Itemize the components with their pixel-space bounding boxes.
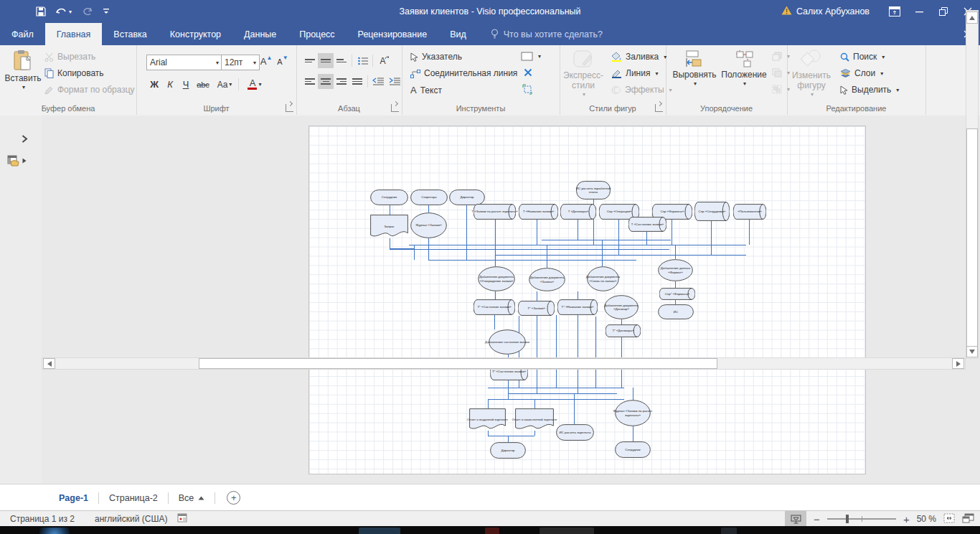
- tab-insert[interactable]: Вставка: [102, 23, 158, 45]
- save-icon[interactable]: [36, 6, 46, 17]
- diagram-shape-dob-format[interactable]: Добавление данных «Формат»: [658, 259, 693, 281]
- diagram-shape-dob-zayavka[interactable]: Добавление документа «Заявка»: [529, 268, 565, 291]
- font-size-combobox[interactable]: 12пт ▾: [221, 55, 260, 70]
- diagram-shape-sekretar[interactable]: Секретарь: [410, 189, 448, 205]
- quick-styles-button[interactable]: Экспресс-стили ▾: [562, 50, 604, 98]
- scroll-up-button[interactable]: [966, 11, 978, 24]
- diagram-shape-t-sostoyanie-top[interactable]: Т «Состояние заявки»: [628, 217, 666, 232]
- expand-shapes-panel-icon[interactable]: [22, 133, 28, 146]
- diagram-shape-t-dogovory[interactable]: Т «Договоры»: [560, 204, 596, 220]
- diagram-shape-zapros[interactable]: Запрос: [370, 215, 408, 238]
- font-dialog-launcher[interactable]: [286, 104, 293, 112]
- diagram-shape-is-small[interactable]: ИС: [658, 304, 694, 319]
- tell-me-search[interactable]: Что вы хотите сделать?: [491, 23, 603, 45]
- ribbon-display-options-icon[interactable]: [882, 0, 907, 23]
- vertical-scroll-thumb[interactable]: [966, 128, 978, 348]
- taskbar-app-icon[interactable]: [485, 528, 499, 534]
- tab-view[interactable]: Вид: [438, 23, 478, 45]
- diagram-shape-otchet-nachislennoy[interactable]: Отчет о начисленной зарплате: [515, 408, 554, 431]
- diagram-shape-dob-svyaz[interactable]: Добавление документа «Связь по заявке»: [587, 266, 619, 291]
- line-button[interactable]: Линия ▾: [611, 68, 658, 78]
- diagram-shape-polzovateli[interactable]: «Пользователи»: [733, 204, 766, 220]
- diagram-shape-t2-zayavki[interactable]: Т* «Заявки»: [518, 301, 555, 316]
- zoom-in-button[interactable]: +: [903, 513, 910, 525]
- diagram-shape-spr-sotrudniki[interactable]: Спр «Сотрудники»: [694, 202, 730, 221]
- connection-point-tool-button[interactable]: [524, 68, 532, 77]
- zoom-slider[interactable]: [827, 518, 896, 520]
- strikethrough-button[interactable]: abc: [194, 77, 212, 92]
- connector-tool-button[interactable]: Соединительная линия: [410, 68, 517, 78]
- diagram-shape-spr2-formaty[interactable]: Спр* «Форматы»: [659, 288, 695, 300]
- shapes-window-button[interactable]: [7, 155, 27, 167]
- diagram-shape-sotrudnik-bottom[interactable]: Сотрудник: [615, 441, 651, 458]
- copy-button[interactable]: Копировать: [44, 68, 104, 78]
- tab-data[interactable]: Данные: [232, 23, 288, 45]
- increase-indent-button[interactable]: [387, 74, 402, 89]
- align-center-button[interactable]: [318, 74, 334, 89]
- underline-button[interactable]: Ч: [178, 77, 194, 92]
- diagram-shape-dob-sostoyaniya[interactable]: Добавление состояния заявки: [489, 329, 526, 355]
- justify-button[interactable]: [349, 74, 365, 89]
- horizontal-scroll-thumb[interactable]: [199, 358, 717, 369]
- diagram-shape-sotrudnik-top[interactable]: Сотрудник: [370, 189, 408, 205]
- shape-styles-dialog-launcher[interactable]: [655, 104, 663, 112]
- paste-button[interactable]: Вставить ▾: [6, 50, 40, 90]
- macro-record-icon[interactable]: [177, 513, 188, 525]
- diagram-shape-is-rascheta-zp[interactable]: ИС расчета заработной платы: [576, 181, 611, 200]
- taskbar-app-icon[interactable]: [359, 528, 400, 534]
- diagram-shape-zhurnal-zayavki[interactable]: Журнал «Заявки»: [410, 212, 447, 238]
- tab-home[interactable]: Главная: [45, 23, 103, 45]
- paragraph-dialog-launcher[interactable]: [391, 104, 399, 112]
- font-family-combobox[interactable]: Arial ▾: [146, 55, 222, 70]
- zoom-out-button[interactable]: −: [814, 513, 820, 525]
- diagram-shape-dob-dogovor[interactable]: Добавление документа «Договор»: [604, 295, 639, 319]
- format-painter-button[interactable]: Формат по образцу: [44, 85, 135, 95]
- find-button[interactable]: Поиск ▾: [840, 52, 885, 62]
- change-shape-button[interactable]: Изменить фигуру ▾: [790, 50, 833, 98]
- diagram-shape-zhurnal-zayavki-raschet[interactable]: Журнал «Заявки на расчет зарплаты»: [615, 400, 651, 426]
- switch-windows-button[interactable]: [962, 513, 974, 525]
- taskbar-app-icon[interactable]: [721, 528, 737, 534]
- taskbar-app-icon[interactable]: [540, 528, 594, 534]
- scroll-right-button[interactable]: [952, 358, 964, 369]
- all-pages-button[interactable]: Все: [169, 484, 215, 511]
- decrease-indent-button[interactable]: [370, 74, 386, 89]
- text-tool-button[interactable]: А Текст: [410, 85, 442, 95]
- restore-button[interactable]: [931, 0, 956, 23]
- align-bottom-button[interactable]: [334, 53, 349, 68]
- zoom-slider-thumb[interactable]: [846, 515, 849, 523]
- bullets-button[interactable]: [355, 53, 371, 68]
- minimize-button[interactable]: [907, 0, 931, 23]
- diagram-shape-t-zayavki-raschet[interactable]: Т «Заявки на расчет зарплаты»: [473, 204, 516, 220]
- effects-button[interactable]: Эффекты ▾: [611, 85, 672, 95]
- change-case-button[interactable]: Aa▾: [214, 77, 235, 92]
- diagram-shape-t2-dogovory[interactable]: Т* «Договоры»: [606, 324, 641, 337]
- tab-design[interactable]: Конструктор: [159, 23, 232, 45]
- scroll-left-button[interactable]: [43, 358, 55, 369]
- diagram-shape-t2-sostoyanie[interactable]: Т* «Состояние заявки»: [473, 299, 515, 315]
- vertical-scrollbar[interactable]: [966, 10, 979, 359]
- layers-button[interactable]: Слои ▾: [840, 68, 883, 78]
- fill-button[interactable]: Заливка ▾: [611, 52, 666, 62]
- warning-icon[interactable]: [781, 5, 792, 18]
- pointer-tool-button[interactable]: Указатель: [410, 52, 462, 62]
- redo-button[interactable]: [82, 6, 93, 17]
- tab-process[interactable]: Процесс: [288, 23, 346, 45]
- presentation-mode-button[interactable]: [785, 511, 806, 527]
- diagram-shape-direktor-bottom[interactable]: Директор: [490, 442, 526, 459]
- font-color-button[interactable]: А ▾: [244, 77, 265, 92]
- align-right-button[interactable]: [334, 74, 349, 89]
- add-page-button[interactable]: +: [227, 491, 240, 505]
- diagram-shape-is-rascheta-small[interactable]: ИС расчета зарплаты: [556, 424, 594, 441]
- tab-file[interactable]: Файл: [0, 23, 45, 45]
- start-button[interactable]: [39, 528, 70, 534]
- freeform-tool-button[interactable]: [522, 84, 533, 95]
- cut-button[interactable]: Вырезать: [44, 52, 95, 62]
- language-indicator[interactable]: английский (США): [95, 514, 167, 524]
- fit-page-button[interactable]: [943, 513, 955, 525]
- diagram-shape-dob-utverzhdenie[interactable]: Добавление документа «Утверждение заявки…: [478, 266, 515, 291]
- undo-button[interactable]: ▾: [56, 7, 72, 17]
- diagram-shape-direktor-top[interactable]: Директор: [449, 189, 485, 205]
- tab-review[interactable]: Рецензирование: [347, 23, 439, 45]
- windows-taskbar[interactable]: [0, 526, 980, 534]
